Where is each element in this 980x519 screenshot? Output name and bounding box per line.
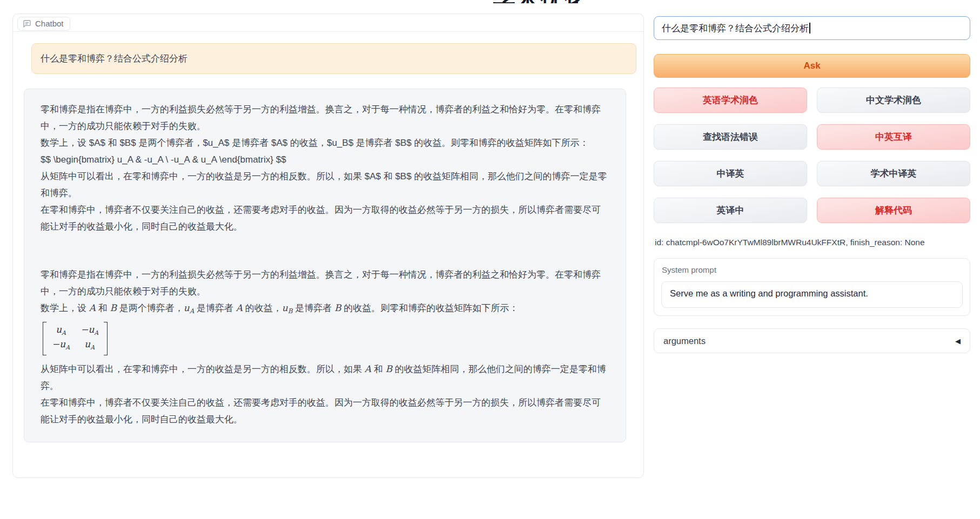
status-line: id: chatcmpl-6wOo7KrYTwMl89lbrMWRu4UkFFX… — [655, 238, 970, 247]
btn-find-grammar-errors[interactable]: 查找语法错误 — [654, 124, 807, 150]
math-var-B: B — [334, 302, 341, 313]
question-input-value: 什么是零和博弈？结合公式介绍分析 — [662, 23, 809, 33]
controls-column: 什么是零和博弈？结合公式介绍分析 Ask 英语学术润色 中文学术润色 查找语法错… — [654, 0, 970, 519]
math-var-uB: u — [282, 302, 288, 313]
bot-message-bubble: 零和博弈是指在博弈中，一方的利益损失必然等于另一方的利益增益。换言之，对于每一种… — [24, 89, 626, 442]
math-var-A: A — [89, 302, 96, 313]
bot-rendered-math-paragraph: 从矩阵中可以看出，在零和博弈中，一方的收益是另一方的相反数。所以，如果 A 和 … — [41, 361, 609, 394]
btn-en-to-zh[interactable]: 英译中 — [654, 198, 807, 223]
math-var-uA: u — [184, 302, 190, 313]
matrix-right-bracket — [104, 322, 108, 355]
math-var-B: B — [110, 302, 117, 313]
chat-bubble-icon — [23, 19, 31, 28]
chatbot-panel: Chatbot 什么是零和博弈？结合公式介绍分析 零和博弈是指在博弈中，一方的利… — [12, 14, 644, 478]
clipped-page-title: 学术优化 — [465, 0, 616, 3]
bot-raw-paragraph: 零和博弈是指在博弈中，一方的利益损失必然等于另一方的利益增益。换言之，对于每一种… — [41, 101, 609, 134]
chat-message-area[interactable]: 什么是零和博弈？结合公式介绍分析 零和博弈是指在博弈中，一方的利益损失必然等于另… — [13, 32, 643, 477]
bot-rendered-math-paragraph: 数学上，设 A 和 B 是两个博弈者，uA 是博弈者 A 的收益，uB 是博弈者… — [41, 300, 609, 320]
matrix-left-bracket — [43, 322, 46, 355]
user-message-text: 什么是零和博弈？结合公式介绍分析 — [41, 53, 187, 64]
math-var-A: A — [365, 363, 371, 374]
app-page: 学术优化 Chatbot 什么是零和博弈？结合公式介绍分析 零和博弈是指在博弈中… — [0, 0, 980, 519]
btn-english-academic-polish[interactable]: 英语学术润色 — [654, 87, 807, 113]
text-caret — [809, 23, 810, 33]
chatbot-label: Chatbot — [17, 17, 70, 31]
question-input[interactable]: 什么是零和博弈？结合公式介绍分析 — [654, 16, 970, 40]
bot-raw-paragraph: 从矩阵中可以看出，在零和博弈中，一方的收益是另一方的相反数。所以，如果 $A$ … — [41, 168, 609, 201]
latex-payoff-matrix: uA −uA −uA uA — [43, 322, 108, 355]
collapse-triangle-icon: ◀ — [955, 337, 961, 345]
system-prompt-input[interactable]: Serve me as a writing and programming as… — [661, 281, 963, 308]
matrix-cell: −uA — [52, 339, 70, 353]
math-var-A: A — [236, 302, 243, 313]
system-prompt-label: System prompt — [662, 265, 716, 274]
function-button-grid: 英语学术润色 中文学术润色 查找语法错误 中英互译 中译英 学术中译英 英译中 … — [654, 87, 970, 223]
ask-button[interactable]: Ask — [654, 54, 970, 78]
accordion-label: arguments — [663, 336, 706, 346]
bot-raw-paragraph: 在零和博弈中，博弈者不仅要关注自己的收益，还需要考虑对手的收益。因为一方取得的收… — [41, 201, 609, 235]
btn-explain-code[interactable]: 解释代码 — [817, 198, 970, 223]
math-var-B: B — [385, 363, 392, 374]
bot-raw-paragraph: 数学上，设 $A$ 和 $B$ 是两个博弈者，$u_A$ 是博弈者 $A$ 的收… — [41, 134, 609, 151]
system-prompt-value: Serve me as a writing and programming as… — [670, 288, 868, 298]
bot-rendered-paragraph: 零和博弈是指在博弈中，一方的利益损失必然等于另一方的利益增益。换言之，对于每一种… — [41, 266, 609, 300]
bot-rendered-block: 零和博弈是指在博弈中，一方的利益损失必然等于另一方的利益增益。换言之，对于每一种… — [41, 266, 609, 428]
matrix-cell: uA — [52, 324, 70, 339]
btn-zh-en-mutual-translate[interactable]: 中英互译 — [817, 124, 970, 150]
system-prompt-group: System prompt Serve me as a writing and … — [654, 258, 970, 316]
user-message-bubble: 什么是零和博弈？结合公式介绍分析 — [31, 43, 636, 74]
btn-zh-to-en[interactable]: 中译英 — [654, 161, 807, 186]
matrix-cell: uA — [80, 339, 98, 353]
matrix-cell: −uA — [80, 324, 98, 339]
bot-rendered-paragraph: 在零和博弈中，博弈者不仅要关注自己的收益，还需要考虑对手的收益。因为一方取得的收… — [41, 394, 609, 428]
arguments-accordion[interactable]: arguments ◀ — [654, 328, 970, 353]
btn-chinese-academic-polish[interactable]: 中文学术润色 — [817, 87, 970, 113]
chatbot-label-text: Chatbot — [35, 19, 64, 28]
bot-raw-latex-line: $$ \begin{bmatrix} u_A & -u_A \ -u_A & u… — [41, 151, 609, 168]
btn-academic-zh-to-en[interactable]: 学术中译英 — [817, 161, 970, 186]
chatbot-header: Chatbot — [13, 14, 643, 32]
bot-raw-markdown-block: 零和博弈是指在博弈中，一方的利益损失必然等于另一方的利益增益。换言之，对于每一种… — [41, 101, 609, 235]
